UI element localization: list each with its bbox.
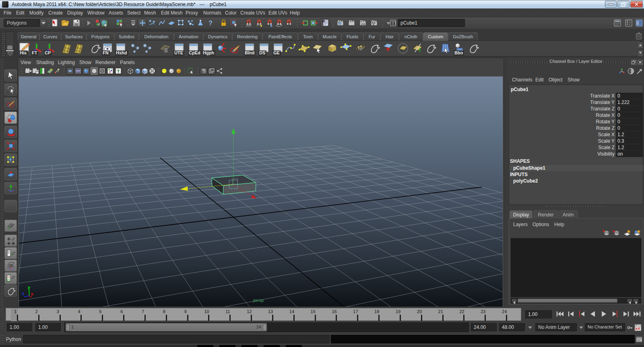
- svg-text:z: z: [22, 291, 24, 296]
- svg-text:persp: persp: [253, 298, 264, 303]
- svg-text:?: ?: [208, 20, 213, 27]
- svg-text:IPR: IPR: [361, 23, 365, 25]
- svg-text:y: y: [28, 285, 31, 290]
- svg-text:x: x: [31, 291, 33, 296]
- svg-text:T: T: [117, 69, 120, 73]
